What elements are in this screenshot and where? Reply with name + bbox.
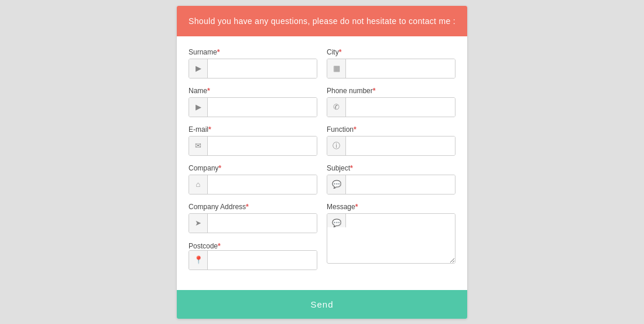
user-icon: ▶	[189, 98, 208, 117]
subject-label: Subject*	[327, 164, 455, 172]
address-input-wrapper: ➤	[189, 213, 317, 233]
surname-input[interactable]	[208, 59, 317, 78]
row-address-message: Company Address* ➤ Postcode* 📍	[189, 203, 455, 278]
surname-label: Surname*	[189, 48, 317, 56]
email-input[interactable]	[208, 137, 317, 155]
message-icon: 💬	[327, 214, 346, 227]
col-function: Function* ⓘ	[327, 125, 455, 156]
subject-icon: 💬	[327, 175, 346, 194]
phone-input-wrapper: ✆	[327, 97, 455, 117]
company-input-wrapper: ⌂	[189, 175, 317, 195]
postcode-icon: 📍	[189, 251, 208, 270]
address-input[interactable]	[208, 214, 317, 233]
col-company: Company* ⌂	[189, 164, 317, 195]
name-input[interactable]	[208, 98, 317, 117]
row-surname-city: Surname* ▶ City* ▦	[189, 48, 455, 87]
postcode-input[interactable]	[208, 251, 317, 270]
city-icon: ▦	[327, 59, 346, 78]
home-icon: ⌂	[189, 175, 208, 194]
row-company-subject: Company* ⌂ Subject* 💬	[189, 164, 455, 203]
form-header: Should you have any questions, please do…	[177, 6, 467, 36]
subject-input[interactable]	[346, 175, 455, 194]
send-label: Send	[310, 299, 333, 309]
email-icon: ✉	[189, 137, 208, 155]
city-label: City*	[327, 48, 455, 56]
phone-label: Phone number*	[327, 87, 455, 95]
phone-input[interactable]	[346, 98, 455, 117]
col-email: E-mail* ✉	[189, 125, 317, 156]
phone-icon: ✆	[327, 98, 346, 117]
company-input[interactable]	[208, 175, 317, 194]
address-label: Company Address*	[189, 203, 317, 211]
company-label: Company*	[189, 164, 317, 172]
postcode-field: Postcode* 📍	[189, 241, 317, 270]
form-header-text: Should you have any questions, please do…	[189, 16, 455, 26]
function-input-wrapper: ⓘ	[327, 136, 455, 156]
col-city: City* ▦	[327, 48, 455, 79]
email-label: E-mail*	[189, 125, 317, 134]
postcode-input-wrapper: 📍	[189, 250, 317, 270]
function-input[interactable]	[346, 137, 455, 155]
name-label: Name*	[189, 87, 317, 95]
message-input-wrapper: 💬	[327, 213, 455, 264]
message-textarea[interactable]	[346, 214, 455, 263]
name-input-wrapper: ▶	[189, 97, 317, 117]
col-name: Name* ▶	[189, 87, 317, 117]
message-label: Message*	[327, 203, 455, 211]
city-input-wrapper: ▦	[327, 59, 455, 79]
col-surname: Surname* ▶	[189, 48, 317, 79]
city-input[interactable]	[346, 59, 455, 78]
col-address-postcode: Company Address* ➤ Postcode* 📍	[189, 203, 317, 270]
function-label: Function*	[327, 125, 455, 134]
email-input-wrapper: ✉	[189, 136, 317, 156]
surname-input-wrapper: ▶	[189, 59, 317, 79]
contact-form-card: Should you have any questions, please do…	[177, 6, 467, 319]
send-button[interactable]: Send	[177, 290, 467, 319]
person-icon: ▶	[189, 59, 208, 78]
col-message: Message* 💬	[327, 203, 455, 270]
form-body: Surname* ▶ City* ▦ Nam	[177, 36, 467, 290]
address-icon: ➤	[189, 214, 208, 233]
col-phone: Phone number* ✆	[327, 87, 455, 117]
postcode-label: Postcode*	[189, 242, 221, 250]
function-icon: ⓘ	[327, 137, 346, 155]
row-email-function: E-mail* ✉ Function* ⓘ	[189, 125, 455, 164]
row-name-phone: Name* ▶ Phone number* ✆	[189, 87, 455, 125]
col-subject: Subject* 💬	[327, 164, 455, 195]
subject-input-wrapper: 💬	[327, 175, 455, 195]
